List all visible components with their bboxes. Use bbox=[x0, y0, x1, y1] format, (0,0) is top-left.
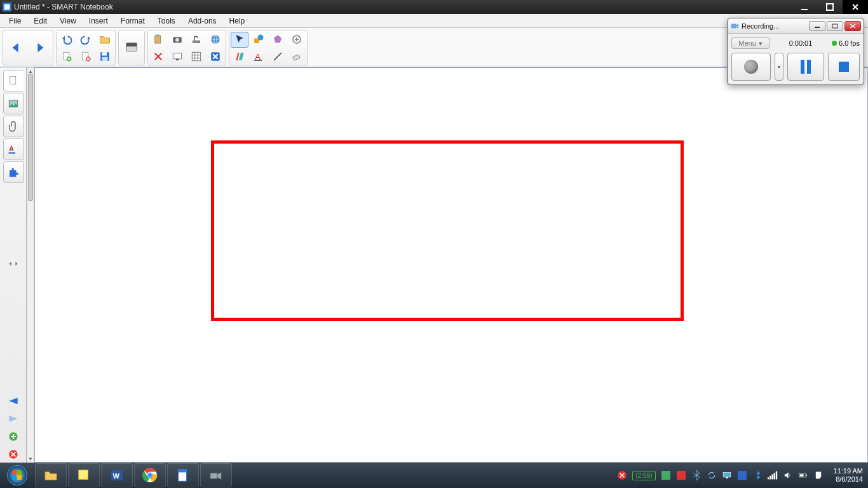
svg-rect-41 bbox=[12, 470, 17, 475]
svg-rect-17 bbox=[193, 41, 200, 44]
recorder-menu-button[interactable]: Menu▾ bbox=[731, 37, 770, 49]
svg-rect-3 bbox=[827, 4, 833, 10]
redo-button[interactable] bbox=[77, 32, 95, 48]
menu-help[interactable]: Help bbox=[223, 15, 252, 27]
taskbar-smart-notebook[interactable] bbox=[167, 463, 199, 487]
menu-tools[interactable]: Tools bbox=[151, 15, 182, 27]
side-prev-button[interactable] bbox=[5, 394, 22, 408]
tray-alert-icon[interactable] bbox=[617, 470, 627, 480]
tray-app-icon[interactable] bbox=[661, 470, 671, 480]
tray-power-icon[interactable] bbox=[798, 470, 808, 480]
tray-security-icon[interactable] bbox=[737, 470, 747, 480]
svg-rect-45 bbox=[79, 470, 88, 480]
taskbar-stickynotes[interactable] bbox=[68, 463, 100, 487]
window-minimize-button[interactable] bbox=[792, 0, 817, 14]
taskbar-word[interactable]: W bbox=[101, 463, 133, 487]
canvas[interactable] bbox=[34, 67, 868, 463]
side-remove-button[interactable] bbox=[5, 447, 22, 461]
taskbar-chrome[interactable] bbox=[134, 463, 166, 487]
magic-pen-button[interactable] bbox=[288, 32, 306, 48]
screen-shade-button[interactable] bbox=[120, 32, 143, 64]
regular-polygon-button[interactable] bbox=[269, 32, 287, 48]
tray-bluetooth-icon[interactable] bbox=[691, 470, 702, 480]
tray-monitor-icon[interactable] bbox=[722, 470, 732, 480]
select-tool-button[interactable] bbox=[231, 32, 248, 48]
recorder-close-button[interactable] bbox=[844, 21, 861, 31]
undo-button[interactable] bbox=[58, 32, 76, 48]
eraser-tool-button[interactable] bbox=[288, 49, 306, 65]
recorder-titlebar[interactable]: Recording... bbox=[728, 18, 864, 34]
tray-bluetooth2-icon[interactable] bbox=[752, 470, 763, 480]
menu-edit[interactable]: Edit bbox=[27, 15, 53, 27]
svg-rect-37 bbox=[731, 24, 736, 28]
recorder-record-dropdown[interactable]: ▾ bbox=[775, 53, 783, 81]
menu-format[interactable]: Format bbox=[114, 15, 151, 27]
tray-action-center-icon[interactable] bbox=[813, 470, 824, 480]
svg-point-24 bbox=[258, 35, 264, 41]
tray-volume-icon[interactable] bbox=[783, 470, 793, 480]
line-tool-button[interactable] bbox=[269, 49, 287, 65]
prev-page-button[interactable] bbox=[4, 32, 27, 64]
status-dot-icon bbox=[832, 41, 837, 46]
smart-exchange-button[interactable] bbox=[207, 49, 224, 65]
open-button[interactable] bbox=[96, 32, 114, 48]
scroll-down-icon[interactable]: ▼ bbox=[27, 455, 34, 463]
svg-rect-34 bbox=[8, 152, 15, 154]
window-maximize-button[interactable] bbox=[817, 0, 843, 14]
next-page-button[interactable] bbox=[29, 32, 51, 64]
svg-point-51 bbox=[148, 473, 152, 477]
start-button[interactable] bbox=[0, 463, 34, 488]
menu-insert[interactable]: Insert bbox=[83, 15, 114, 27]
capture-button[interactable] bbox=[168, 32, 186, 48]
page-sorter-tab[interactable] bbox=[3, 70, 24, 92]
side-add-button[interactable] bbox=[5, 430, 22, 444]
svg-rect-57 bbox=[677, 471, 686, 480]
attachments-tab[interactable] bbox=[3, 116, 24, 137]
svg-rect-19 bbox=[173, 53, 182, 59]
pens-button[interactable] bbox=[231, 49, 248, 65]
menu-view[interactable]: View bbox=[53, 15, 83, 27]
recorder-record-button[interactable] bbox=[731, 53, 771, 81]
taskbar-explorer[interactable] bbox=[35, 463, 67, 487]
gallery-tab[interactable] bbox=[3, 93, 24, 114]
recorder-maximize-button[interactable] bbox=[827, 21, 843, 31]
tray-network-icon[interactable] bbox=[768, 470, 778, 480]
recorder-pause-button[interactable] bbox=[787, 53, 824, 81]
show-screens-button[interactable] bbox=[168, 49, 186, 65]
menu-file[interactable]: File bbox=[3, 15, 27, 27]
insert-web-button[interactable] bbox=[207, 32, 224, 48]
recorder-window[interactable]: Recording... Menu▾ 0:00:01 6.0 fps ▾ bbox=[727, 18, 864, 85]
tray-adobe-icon[interactable] bbox=[676, 470, 686, 480]
recorder-minimize-button[interactable] bbox=[809, 21, 825, 31]
save-button[interactable] bbox=[96, 49, 114, 65]
side-next-button[interactable] bbox=[5, 412, 22, 426]
delete-page-button[interactable] bbox=[77, 49, 95, 65]
tray-sync-icon[interactable] bbox=[707, 470, 717, 480]
svg-rect-64 bbox=[773, 473, 775, 479]
svg-rect-44 bbox=[17, 475, 22, 480]
scroll-thumb[interactable] bbox=[28, 74, 33, 201]
taskbar-clock[interactable]: 11:19 AM 8/6/2014 bbox=[829, 467, 863, 484]
taskbar-time: 11:19 AM bbox=[834, 467, 863, 475]
text-tool-button[interactable]: A bbox=[250, 49, 268, 65]
insert-table-button[interactable] bbox=[187, 49, 205, 65]
svg-rect-68 bbox=[799, 474, 803, 477]
page-sorter-scrollbar[interactable]: ▲ ▼ bbox=[27, 67, 34, 463]
menu-addons[interactable]: Add-ons bbox=[182, 15, 223, 27]
document-camera-button[interactable] bbox=[187, 32, 205, 48]
paste-button[interactable] bbox=[149, 32, 167, 48]
taskbar-recorder[interactable] bbox=[200, 463, 232, 487]
side-resize-handle[interactable] bbox=[5, 257, 22, 271]
properties-tab[interactable]: A bbox=[3, 139, 24, 160]
window-close-button[interactable] bbox=[843, 0, 868, 14]
red-rectangle-shape[interactable] bbox=[211, 140, 684, 321]
delete-button[interactable] bbox=[149, 49, 167, 65]
svg-rect-39 bbox=[832, 24, 837, 28]
shapes-tool-button[interactable] bbox=[250, 32, 268, 48]
addons-tab[interactable] bbox=[3, 161, 24, 183]
tray-battery[interactable]: (2:59) bbox=[632, 471, 655, 480]
recorder-stop-button[interactable] bbox=[828, 53, 860, 81]
new-page-button[interactable] bbox=[58, 49, 76, 65]
dropdown-icon: ▾ bbox=[778, 64, 780, 70]
svg-rect-65 bbox=[775, 471, 776, 480]
